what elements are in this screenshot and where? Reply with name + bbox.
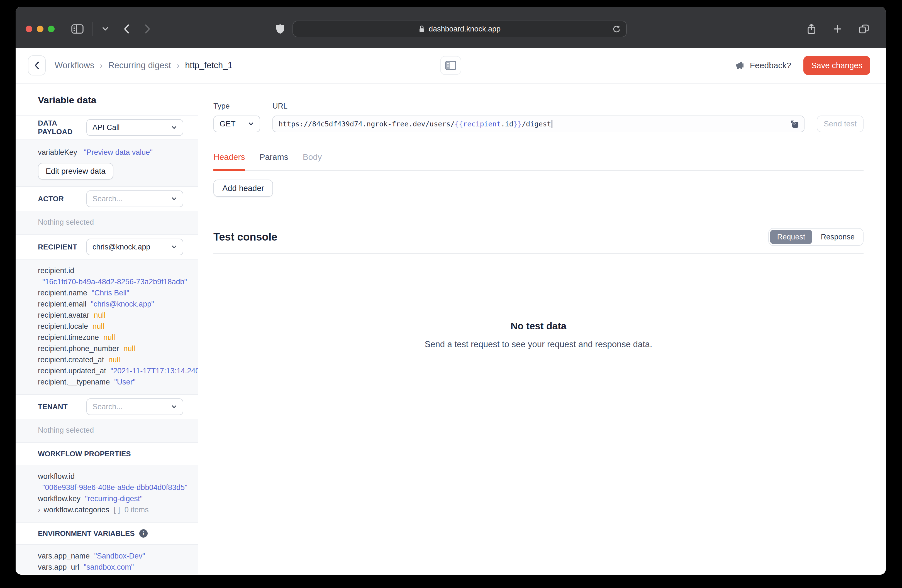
variable-row: recipient.updated_at"2021-11-17T17:13:14… [38,365,183,377]
no-test-data-empty-state: No test data Send a test request to see … [213,321,864,349]
breadcrumb: Workflows › Recurring digest › http_fetc… [55,60,233,70]
app-body: Variable data DATA PAYLOAD API Call vari… [16,83,886,574]
recipient-label: RECIPIENT [38,243,86,252]
variable-row: recipient.created_atnull [38,354,183,365]
minimize-window-button[interactable] [37,26,44,32]
address-bar[interactable]: dashboard.knock.app [293,20,627,37]
chevron-down-icon [171,124,177,131]
variable-value-row: "16c1fd70-b49a-48d2-8256-73a2b9f18adb" [38,276,183,287]
close-window-button[interactable] [26,26,32,32]
add-header-button[interactable]: Add header [213,180,273,197]
zoom-window-button[interactable] [48,26,55,32]
breadcrumb-separator: › [177,61,179,70]
chevron-down-icon [171,244,177,250]
workflow-properties-heading: WORKFLOW PROPERTIES [16,443,198,464]
new-tab-icon[interactable] [832,23,843,34]
app-header: Workflows › Recurring digest › http_fetc… [16,48,886,83]
request-tabs: Headers Params Body [213,152,864,170]
send-test-button[interactable]: Send test [817,116,864,132]
chevron-down-icon [171,196,177,202]
variable-row: vars.branding.icon_url [38,573,183,574]
data-payload-row: DATA PAYLOAD API Call [16,116,198,139]
variable-value-row: "006e938f-98e6-408e-a9de-dbb04d0f83d5" [38,482,183,493]
panel-icon [445,61,456,70]
actor-select[interactable]: Search... [86,191,183,207]
preview-value: "Preview data value" [84,148,153,156]
data-payload-select[interactable]: API Call [86,119,183,136]
variable-row: recipient.timezonenull [38,332,183,343]
empty-state-message: Send a test request to see your request … [213,339,864,349]
method-field: Type GET [213,102,260,132]
tab-headers[interactable]: Headers [213,152,245,170]
privacy-shield-icon[interactable] [275,23,286,35]
info-icon[interactable]: i [139,529,148,538]
actor-row: ACTOR Search... [16,187,198,211]
preview-data-section: variableKey "Preview data value" Edit pr… [16,139,198,187]
tab-params[interactable]: Params [259,152,288,170]
chrome-divider [92,22,93,36]
tenant-select[interactable]: Search... [86,399,183,415]
reload-icon[interactable] [612,25,621,36]
tab-overview-icon[interactable] [857,23,870,35]
browser-window: dashboard.knock.app [16,7,886,575]
forward-icon[interactable] [143,23,152,35]
edit-preview-data-button[interactable]: Edit preview data [38,163,113,180]
expand-editor-icon[interactable] [790,119,800,131]
chevron-down-icon[interactable] [101,25,110,33]
actor-empty-section: Nothing selected [16,211,198,235]
variable-data-sidebar: Variable data DATA PAYLOAD API Call vari… [16,83,198,574]
preview-variable-row: variableKey "Preview data value" [38,147,183,158]
chevron-down-icon [248,121,254,127]
data-payload-value: API Call [92,124,171,132]
sidebar-toggle-button[interactable] [440,56,461,75]
chevron-down-icon [171,404,177,410]
actor-placeholder: Search... [92,195,171,203]
data-payload-label: DATA PAYLOAD [38,119,86,136]
share-icon[interactable] [806,22,817,36]
recipient-row: RECIPIENT chris@knock.app [16,235,198,259]
tenant-placeholder: Search... [92,403,171,411]
desktop: dashboard.knock.app [0,0,902,588]
type-label: Type [213,102,260,111]
url-label: URL [272,102,805,111]
toggle-response[interactable]: Response [813,230,862,244]
url-field: URL https://84c5df439d74.ngrok-free.dev/… [272,102,805,132]
save-changes-button[interactable]: Save changes [803,56,870,75]
variable-row: recipient.name"Chris Bell" [38,287,183,299]
variable-row: recipient.email"chris@knock.app" [38,299,183,310]
variable-row: recipient.__typename"User" [38,377,183,388]
environment-variables-heading: ENVIRONMENT VARIABLES i [16,522,198,544]
tenant-empty-section: Nothing selected [16,419,198,443]
variable-row: recipient.localenull [38,321,183,332]
megaphone-icon [735,61,745,70]
feedback-label: Feedback? [750,61,791,70]
chevron-right-icon: › [38,505,41,514]
method-select[interactable]: GET [213,116,260,132]
tab-body[interactable]: Body [303,152,322,170]
console-divider [213,253,864,253]
browser-chrome: dashboard.knock.app [16,7,886,48]
breadcrumb-workflows[interactable]: Workflows [55,60,94,70]
browser-sidebar-icon[interactable] [70,23,85,35]
workflow-categories-row[interactable]: ›workflow.categories[ ]0 items [38,504,183,515]
tenant-row: TENANT Search... [16,395,198,419]
environment-variables-section: vars.app_name"Sandbox-Dev" vars.app_url"… [16,544,198,574]
breadcrumb-recurring-digest[interactable]: Recurring digest [108,60,171,70]
sidebar-title: Variable data [16,83,198,116]
variable-row: vars.app_url"sandbox.com" [38,561,183,573]
toggle-request[interactable]: Request [770,230,813,244]
back-button[interactable] [28,55,46,75]
request-response-toggle: Request Response [768,228,864,246]
actor-empty-note: Nothing selected [38,217,183,228]
actor-label: ACTOR [38,195,86,203]
feedback-link[interactable]: Feedback? [735,61,791,70]
recipient-select[interactable]: chris@knock.app [86,239,183,255]
url-text: dashboard.knock.app [429,25,501,33]
recipient-variables-section: recipient.id "16c1fd70-b49a-48d2-8256-73… [16,259,198,395]
variable-row: workflow.key"recurring-digest" [38,493,183,504]
url-input[interactable]: https://84c5df439d74.ngrok-free.dev/user… [272,116,805,132]
back-icon[interactable] [122,23,131,35]
breadcrumb-current-step: http_fetch_1 [185,60,233,70]
tenant-empty-note: Nothing selected [38,425,183,436]
variable-row: recipient.avatarnull [38,310,183,321]
